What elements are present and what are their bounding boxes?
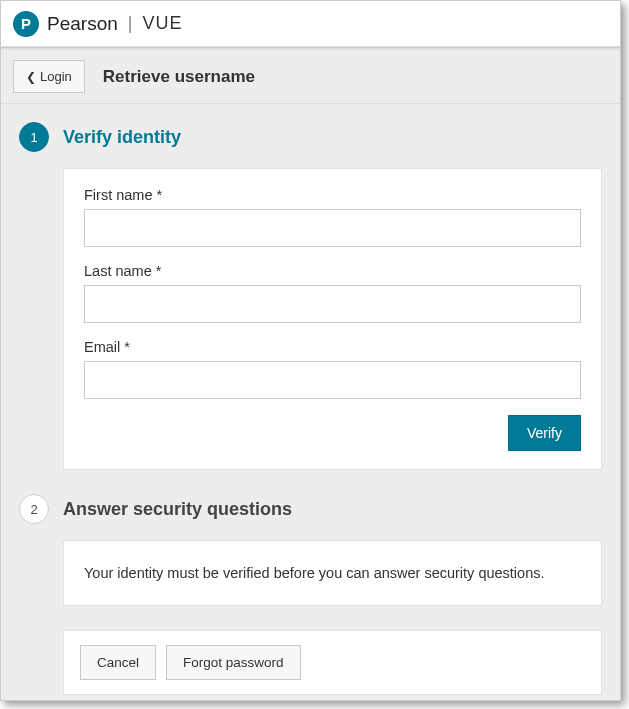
step-2-number: 2	[19, 494, 49, 524]
email-input[interactable]	[84, 361, 581, 399]
content-area: 1 Verify identity First name * Last name…	[1, 104, 620, 700]
chevron-left-icon: ❮	[26, 70, 36, 84]
step-1-title: Verify identity	[63, 127, 181, 148]
pearson-logo-icon: P	[13, 11, 39, 37]
first-name-input[interactable]	[84, 209, 581, 247]
brand-divider: |	[128, 13, 133, 34]
step-2-header: 2 Answer security questions	[19, 494, 602, 524]
verify-identity-panel: First name * Last name * Email * Verify	[63, 168, 602, 470]
page-title: Retrieve username	[103, 67, 255, 87]
email-field-group: Email *	[84, 339, 581, 399]
first-name-label: First name *	[84, 187, 581, 203]
back-login-label: Login	[40, 69, 72, 84]
step-2-title: Answer security questions	[63, 499, 292, 520]
last-name-label: Last name *	[84, 263, 581, 279]
title-bar: ❮ Login Retrieve username	[1, 50, 620, 104]
last-name-field-group: Last name *	[84, 263, 581, 323]
brand-sub: VUE	[142, 13, 182, 34]
verify-button[interactable]: Verify	[508, 415, 581, 451]
security-note-text: Your identity must be verified before yo…	[84, 565, 545, 581]
cancel-button[interactable]: Cancel	[80, 645, 156, 680]
forgot-password-button[interactable]: Forgot password	[166, 645, 301, 680]
back-login-button[interactable]: ❮ Login	[13, 60, 85, 93]
step-1-header: 1 Verify identity	[19, 122, 602, 152]
security-note-panel: Your identity must be verified before yo…	[63, 540, 602, 606]
app-window: P Pearson | VUE ❮ Login Retrieve usernam…	[0, 0, 621, 701]
email-label: Email *	[84, 339, 581, 355]
verify-row: Verify	[84, 415, 581, 451]
step-1-number: 1	[19, 122, 49, 152]
first-name-field-group: First name *	[84, 187, 581, 247]
bottom-actions-panel: Cancel Forgot password	[63, 630, 602, 695]
brand-bar: P Pearson | VUE	[1, 1, 620, 47]
brand-name: Pearson	[47, 13, 118, 35]
last-name-input[interactable]	[84, 285, 581, 323]
